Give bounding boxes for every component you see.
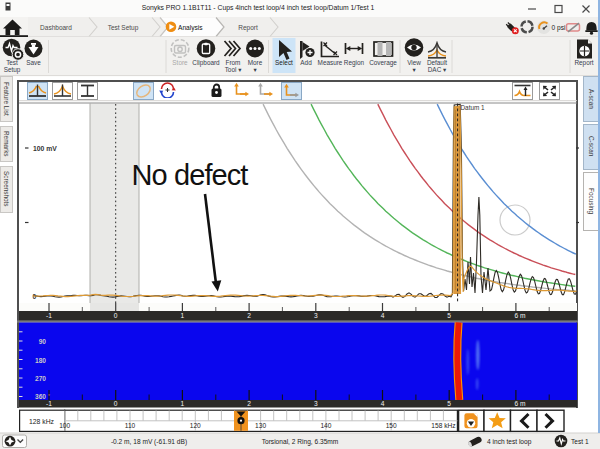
svg-text:Test 1: Test 1	[571, 438, 589, 445]
svg-text:4 inch test loop: 4 inch test loop	[487, 438, 532, 446]
svg-text:Torsional, 2 Ring, 6.35mm: Torsional, 2 Ring, 6.35mm	[262, 438, 339, 446]
svg-text:-0.2 m, 18 mV (-61.91 dB): -0.2 m, 18 mV (-61.91 dB)	[111, 438, 187, 446]
